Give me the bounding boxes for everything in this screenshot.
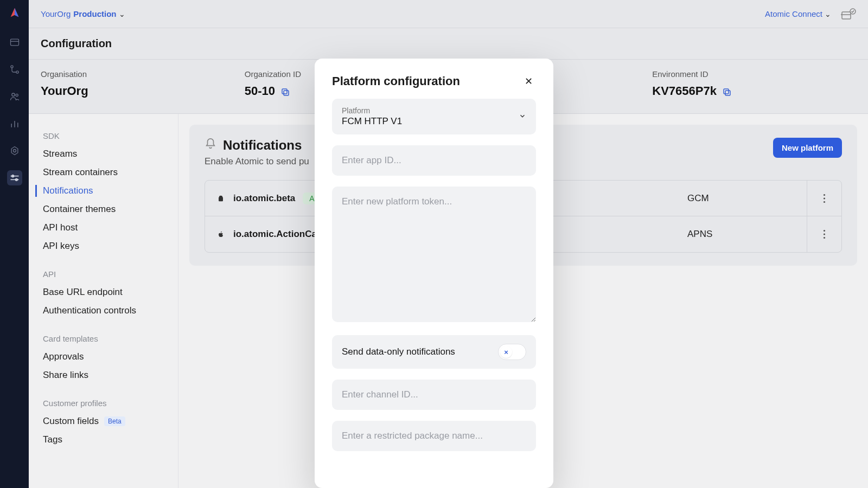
platform-select[interactable]: Platform FCM HTTP V1 (332, 99, 536, 134)
nav-approvals[interactable]: Approvals (29, 348, 178, 366)
app-logo (8, 7, 21, 20)
row-menu-button[interactable] (807, 181, 841, 216)
nav-custom-fields[interactable]: Custom fieldsBeta (29, 412, 178, 431)
svg-point-5 (16, 94, 18, 96)
page-title: Configuration (41, 37, 112, 50)
rail-users-icon[interactable] (7, 89, 22, 104)
nav-base-url[interactable]: Base URL endpoint (29, 283, 178, 301)
svg-rect-19 (282, 89, 287, 94)
side-nav: SDK Streams Stream containers Notificati… (29, 114, 178, 488)
env-switcher[interactable]: YourOrg Production ⌄ (41, 9, 125, 18)
toggle-knob-icon: × (500, 346, 512, 358)
svg-point-2 (10, 66, 12, 68)
nav-stream-containers[interactable]: Stream containers (29, 163, 178, 182)
platform-select-value: FCM HTTP V1 (342, 116, 402, 127)
nav-api-host[interactable]: API host (29, 219, 178, 237)
org-label: Organisation (41, 69, 245, 79)
svg-rect-15 (842, 12, 851, 19)
svg-marker-9 (11, 147, 18, 155)
rail-cards-icon[interactable] (7, 35, 22, 50)
chevron-down-icon: ⌄ (825, 10, 831, 18)
nav-share-links[interactable]: Share links (29, 366, 178, 384)
beta-badge: Beta (104, 416, 125, 426)
data-only-toggle[interactable]: × (498, 344, 526, 360)
copy-icon[interactable] (280, 86, 290, 96)
modal-title: Platform configuration (332, 74, 460, 88)
nav-tags[interactable]: Tags (29, 431, 178, 449)
platform-id: io.atomic.beta (233, 193, 295, 204)
rail-settings-icon[interactable] (7, 143, 22, 158)
topbar: YourOrg Production ⌄ Atomic Connect ⌄ (29, 0, 868, 28)
svg-point-22 (824, 194, 825, 195)
org-value: YourOrg (41, 84, 88, 98)
package-name-input[interactable] (332, 421, 536, 451)
svg-point-25 (824, 230, 825, 232)
svg-point-26 (824, 233, 825, 235)
close-icon[interactable]: ✕ (521, 74, 536, 89)
breadcrumb-env: Production (73, 9, 116, 18)
svg-rect-18 (284, 91, 289, 95)
breadcrumb-org: YourOrg (41, 9, 71, 18)
envid-label: Environment ID (652, 69, 856, 79)
platform-select-label: Platform (342, 106, 402, 115)
svg-point-10 (13, 150, 16, 152)
chevron-down-icon: ⌄ (119, 10, 125, 18)
nav-container-themes[interactable]: Container themes (29, 200, 178, 219)
rail-config-icon[interactable] (7, 170, 22, 185)
svg-point-3 (16, 71, 18, 73)
nav-group-label: Card templates (29, 330, 178, 348)
channel-id-input[interactable] (332, 380, 536, 410)
platform-id: io.atomic.ActionCard (233, 229, 326, 240)
connect-switcher[interactable]: Atomic Connect ⌄ (765, 9, 831, 18)
data-only-toggle-row: Send data-only notifications × (332, 335, 536, 369)
rail-flows-icon[interactable] (7, 62, 22, 77)
apple-icon (216, 229, 226, 239)
nav-streams[interactable]: Streams (29, 145, 178, 163)
nav-api-keys[interactable]: API keys (29, 237, 178, 255)
svg-point-23 (824, 197, 825, 199)
svg-rect-0 (10, 39, 18, 46)
chevron-down-icon (519, 112, 526, 121)
android-icon (216, 194, 226, 203)
svg-point-4 (11, 93, 14, 96)
panel-subtitle: Enable Atomic to send pu (205, 156, 309, 167)
app-id-input[interactable] (332, 145, 536, 176)
platform-type: APNS (687, 229, 807, 240)
nav-group-label: API (29, 265, 178, 283)
page-title-bar: Configuration (29, 28, 868, 60)
panel-title-text: Notifications (223, 138, 302, 153)
data-only-label: Send data-only notifications (342, 346, 455, 357)
svg-rect-20 (725, 91, 730, 95)
nav-group-label: SDK (29, 127, 178, 145)
nav-group-label: Customer profiles (29, 394, 178, 412)
envid-value: KV7656P7k (652, 84, 717, 98)
rail-analytics-icon[interactable] (7, 116, 22, 131)
copy-icon[interactable] (722, 86, 732, 96)
row-menu-button[interactable] (807, 216, 841, 252)
svg-rect-21 (724, 89, 729, 94)
nav-auth-controls[interactable]: Authentication controls (29, 301, 178, 320)
left-rail (0, 0, 29, 488)
platform-type: GCM (687, 193, 807, 204)
platform-config-modal: Platform configuration ✕ Platform FCM HT… (315, 59, 553, 488)
nav-notifications[interactable]: Notifications (29, 182, 178, 200)
orgid-value: 50-10 (245, 84, 275, 98)
svg-point-24 (824, 201, 825, 202)
bell-icon (205, 138, 216, 153)
new-platform-button[interactable]: New platform (773, 138, 842, 158)
svg-point-27 (824, 237, 825, 239)
status-icon[interactable] (841, 8, 856, 21)
platform-token-textarea[interactable] (332, 187, 536, 322)
